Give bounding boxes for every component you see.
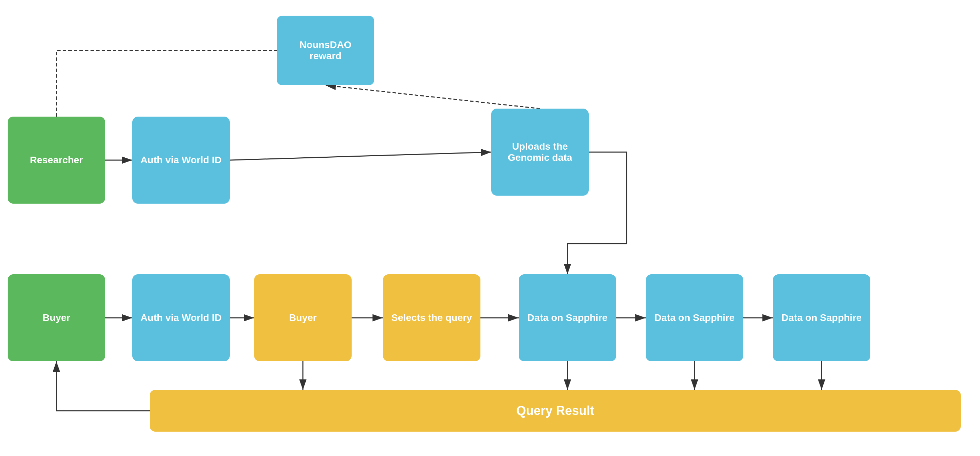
svg-line-2 — [326, 85, 540, 109]
researcher-node: Researcher — [8, 117, 105, 203]
diagram-canvas: Researcher Auth via World ID NounsDAO re… — [0, 0, 980, 456]
uploads-genomic-node: Uploads the Genomic data — [491, 109, 589, 195]
buyer-yellow-node: Buyer — [254, 274, 352, 361]
query-result-node: Query Result — [150, 390, 961, 432]
auth-world-id-2-node: Auth via World ID — [132, 274, 230, 361]
nouns-dao-node: NounsDAO reward — [277, 16, 374, 85]
selects-query-node: Selects the query — [383, 274, 480, 361]
auth-world-id-1-node: Auth via World ID — [132, 117, 230, 203]
data-sapphire-1-node: Data on Sapphire — [519, 274, 616, 361]
buyer-green-node: Buyer — [8, 274, 105, 361]
data-sapphire-2-node: Data on Sapphire — [646, 274, 743, 361]
svg-line-4 — [230, 152, 491, 160]
arrows-layer — [0, 0, 980, 456]
data-sapphire-3-node: Data on Sapphire — [773, 274, 870, 361]
